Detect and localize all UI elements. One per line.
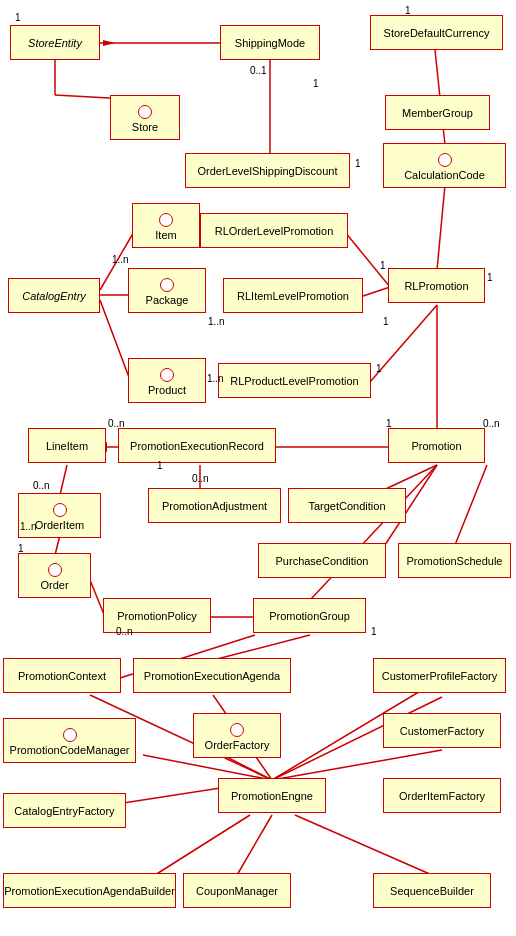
- svg-marker-41: [103, 40, 115, 46]
- svg-line-28: [213, 635, 310, 660]
- box-Order: Order: [18, 553, 91, 598]
- box-Package: Package: [128, 268, 206, 313]
- label-0n-orderitem: 0..n: [33, 480, 50, 491]
- box-Store: Store: [110, 95, 180, 140]
- box-PromotionContext: PromotionContext: [3, 658, 121, 693]
- label-1-rlpromo: 1: [380, 260, 386, 271]
- box-CustomerFactory: CustomerFactory: [383, 713, 501, 748]
- box-RLPromotion: RLPromotion: [388, 268, 485, 303]
- box-PromotionGroup: PromotionGroup: [253, 598, 366, 633]
- box-OrderItemFactory: OrderItemFactory: [383, 778, 501, 813]
- svg-line-39: [237, 815, 272, 875]
- svg-line-31: [143, 755, 272, 780]
- box-Promotion: Promotion: [388, 428, 485, 463]
- box-PromotionExecutionAgenda: PromotionExecutionAgenda: [133, 658, 291, 693]
- svg-line-35: [272, 750, 442, 780]
- label-1-pg: 1: [371, 626, 377, 637]
- box-Item: Item: [132, 203, 200, 248]
- svg-line-24: [55, 535, 60, 555]
- box-MemberGroup: MemberGroup: [385, 95, 490, 130]
- box-Product: Product: [128, 358, 206, 403]
- box-StoreEntity: StoreEntity: [10, 25, 100, 60]
- box-PromotionAdjustment: PromotionAdjustment: [148, 488, 281, 523]
- box-CouponManager: CouponManager: [183, 873, 291, 908]
- box-PromotionEngne: PromotionEngne: [218, 778, 326, 813]
- label-1-rl3: 1: [383, 316, 389, 327]
- box-OrderFactory: OrderFactory: [193, 713, 281, 758]
- box-TargetCondition: TargetCondition: [288, 488, 406, 523]
- diagram-container: StoreEntity ShippingMode StoreDefaultCur…: [0, 0, 516, 936]
- svg-line-27: [310, 465, 437, 600]
- svg-line-40: [295, 815, 432, 875]
- label-1-per: 1: [157, 460, 163, 471]
- box-RLItemLevelPromotion: RLItemLevelPromotion: [223, 278, 363, 313]
- label-1-top-right: 1: [405, 5, 411, 16]
- label-0n-promo2: 0..n: [483, 418, 500, 429]
- box-RLProductLevelPromotion: RLProductLevelPromotion: [218, 363, 371, 398]
- label-1-rlpromo-right: 1: [487, 272, 493, 283]
- label-1n-rl2: 1..n: [208, 316, 225, 327]
- label-0n-pg: 0..n: [116, 626, 133, 637]
- box-PromotionCodeManager: PromotionCodeManager: [3, 718, 136, 763]
- box-SequenceBuilder: SequenceBuilder: [373, 873, 491, 908]
- label-1-top-left: 1: [15, 12, 21, 23]
- box-PurchaseCondition: PurchaseCondition: [258, 543, 386, 578]
- label-1n-orderitem: 1..n: [20, 521, 37, 532]
- box-PromotionSchedule: PromotionSchedule: [398, 543, 511, 578]
- box-StoreDefaultCurrency: StoreDefaultCurrency: [370, 15, 503, 50]
- label-0n-lineitem: 0..n: [108, 418, 125, 429]
- label-1n-rlprod: 1..n: [207, 373, 224, 384]
- label-01-shipping: 0..1: [250, 65, 267, 76]
- svg-line-12: [437, 185, 445, 270]
- label-1n-catalog-item: 1..n: [112, 254, 129, 265]
- box-LineItem: LineItem: [28, 428, 106, 463]
- label-1-calc: 1: [355, 158, 361, 169]
- svg-line-38: [155, 815, 250, 875]
- box-CatalogEntryFactory: CatalogEntryFactory: [3, 793, 126, 828]
- label-1-promo: 1: [386, 418, 392, 429]
- svg-line-22: [60, 465, 67, 495]
- box-CustomerProfileFactory: CustomerProfileFactory: [373, 658, 506, 693]
- box-PromotionExecutionRecord: PromotionExecutionRecord: [118, 428, 276, 463]
- label-0n-pa: 0..n: [192, 473, 209, 484]
- svg-line-8: [100, 300, 130, 380]
- box-RLOrderLevelPromotion: RLOrderLevelPromotion: [200, 213, 348, 248]
- label-1-shipping2: 1: [313, 78, 319, 89]
- label-1-rlprod2: 1: [376, 363, 382, 374]
- box-OrderLevelShippingDiscount: OrderLevelShippingDiscount: [185, 153, 350, 188]
- box-PromotionExecutionAgendaBuilder: PromotionExecutionAgendaBuilder: [3, 873, 176, 908]
- svg-line-10: [360, 287, 390, 297]
- box-CatalogEntry: CatalogEntry: [8, 278, 100, 313]
- label-1-order: 1: [18, 543, 24, 554]
- svg-line-21: [455, 465, 487, 545]
- box-ShippingMode: ShippingMode: [220, 25, 320, 60]
- box-CalculationCode: CalculationCode: [383, 143, 506, 188]
